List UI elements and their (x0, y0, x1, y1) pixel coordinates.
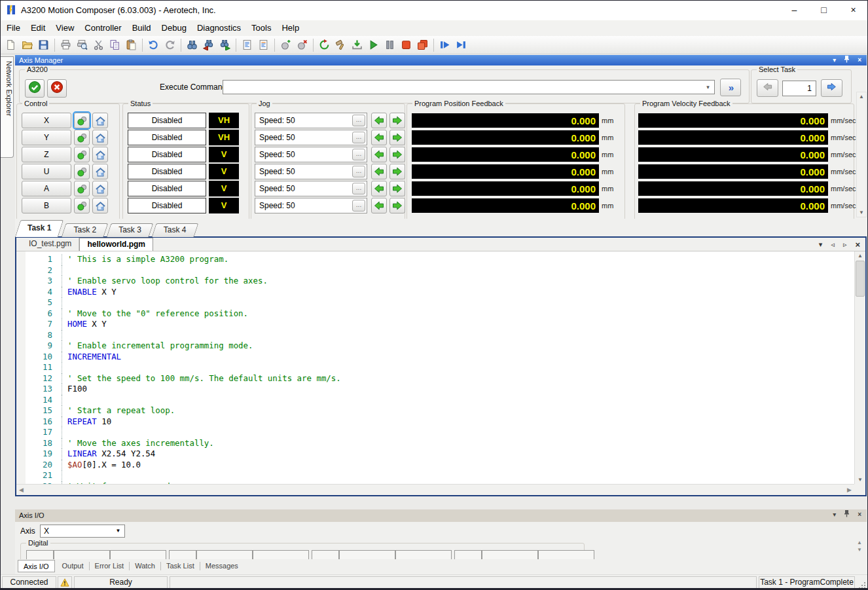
menu-view[interactable]: View (50, 21, 79, 35)
jog-speed-field[interactable]: Speed: 50... (255, 113, 367, 128)
cut-button[interactable] (90, 37, 107, 53)
close-document-icon[interactable]: × (855, 240, 860, 249)
task-tab-2[interactable]: Task 2 (63, 223, 106, 237)
panel-splitter[interactable] (0, 496, 868, 509)
stop-button[interactable] (398, 37, 414, 53)
task-tab-4[interactable]: Task 4 (154, 223, 196, 237)
jog-speed-more-button[interactable]: ... (352, 149, 365, 160)
axis-home-button[interactable] (92, 181, 108, 196)
detach-task-button[interactable] (294, 37, 310, 53)
bottom-tab-task-list[interactable]: Task List (161, 562, 200, 570)
bottom-tab-axis-i-o[interactable]: Axis I/O (18, 560, 55, 572)
tab-list-dropdown-icon[interactable]: ▾ (819, 240, 823, 249)
menu-debug[interactable]: Debug (156, 21, 192, 35)
axis-home-button[interactable] (92, 147, 108, 162)
axis-io-scroll-arrows[interactable]: ▲ ▼ (855, 539, 864, 553)
editor-horizontal-scrollbar[interactable]: ◀ ▶ (16, 484, 854, 495)
jog-plus-button[interactable] (389, 198, 405, 213)
jog-minus-button[interactable] (371, 113, 387, 128)
jog-minus-button[interactable] (371, 147, 387, 162)
scroll-up-icon[interactable]: ▲ (857, 94, 866, 100)
comment-lines-button[interactable] (255, 37, 272, 53)
jog-plus-button[interactable] (389, 130, 405, 145)
scrollbar-thumb[interactable] (856, 261, 865, 297)
scroll-down-icon[interactable]: ▼ (855, 477, 865, 483)
print-preview-button[interactable] (74, 37, 90, 53)
jog-plus-button[interactable] (389, 164, 405, 179)
step-over-button[interactable] (437, 37, 453, 53)
axis-home-button[interactable] (92, 130, 108, 145)
jog-speed-more-button[interactable]: ... (352, 183, 365, 194)
task-tab-3[interactable]: Task 3 (109, 223, 151, 237)
document-tab-helloworld-pgm[interactable]: helloworld.pgm (79, 238, 153, 251)
axis-manager-scrollbar[interactable]: ▲ ▼ (856, 92, 867, 217)
attach-task-button[interactable] (278, 37, 294, 53)
jog-plus-button[interactable] (389, 147, 405, 162)
close-button[interactable]: × (839, 0, 868, 20)
jog-minus-button[interactable] (371, 198, 387, 213)
jog-plus-button[interactable] (389, 181, 405, 196)
scroll-up-icon[interactable]: ▲ (855, 539, 864, 546)
open-file-button[interactable] (19, 37, 35, 53)
next-task-button[interactable] (821, 79, 842, 97)
code-area[interactable]: 1' This is a simple A3200 program.23' En… (16, 251, 854, 484)
task-tab-1[interactable]: Task 1 (18, 220, 61, 237)
chevron-down-icon[interactable]: ▾ (702, 81, 714, 94)
axis-select-button[interactable]: B (22, 198, 71, 213)
abort-button[interactable] (414, 37, 431, 53)
copy-button[interactable] (107, 37, 123, 53)
jog-speed-field[interactable]: Speed: 50... (255, 147, 367, 162)
axis-enable-button[interactable] (74, 130, 90, 145)
jog-speed-field[interactable]: Speed: 50... (255, 130, 367, 145)
step-into-button[interactable] (453, 37, 469, 53)
jog-minus-button[interactable] (371, 164, 387, 179)
format-document-button[interactable] (239, 37, 255, 53)
resize-grip[interactable] (858, 580, 866, 590)
editor-vertical-scrollbar[interactable]: ▲ ▼ (854, 251, 865, 484)
previous-task-button[interactable] (757, 79, 778, 97)
axis-enable-button[interactable] (74, 113, 90, 128)
maximize-button[interactable]: □ (809, 0, 839, 20)
axis-select-button[interactable]: Z (22, 147, 71, 162)
menu-file[interactable]: File (1, 21, 26, 35)
pause-button[interactable] (382, 37, 398, 53)
chevron-down-icon[interactable]: ▼ (112, 525, 124, 537)
bottom-tab-watch[interactable]: Watch (130, 562, 161, 570)
compile-button[interactable] (333, 37, 349, 53)
axis-home-button[interactable] (92, 164, 108, 179)
scroll-left-icon[interactable]: ◀ (19, 485, 24, 495)
execute-command-input[interactable] (224, 81, 701, 93)
bottom-tab-messages[interactable]: Messages (200, 562, 244, 570)
axis-home-button[interactable] (92, 113, 108, 128)
menu-help[interactable]: Help (276, 21, 304, 35)
axis-enable-button[interactable] (74, 181, 90, 196)
axis-home-button[interactable] (92, 198, 108, 213)
axis-select-button[interactable]: A (22, 181, 71, 196)
menu-tools[interactable]: Tools (246, 21, 276, 35)
jog-plus-button[interactable] (389, 113, 405, 128)
axis-select-button[interactable]: Y (22, 130, 71, 145)
jog-speed-field[interactable]: Speed: 50... (255, 181, 367, 196)
scroll-down-icon[interactable]: ▼ (855, 546, 864, 553)
scroll-down-icon[interactable]: ▼ (857, 210, 866, 215)
panel-close-icon[interactable]: × (858, 55, 861, 65)
menu-diagnostics[interactable]: Diagnostics (192, 21, 246, 35)
scroll-tabs-left-icon[interactable]: ◃ (831, 240, 835, 249)
download-program-button[interactable] (349, 37, 365, 53)
execute-command-button[interactable] (25, 79, 45, 98)
minimize-button[interactable]: – (780, 0, 809, 20)
scroll-right-icon[interactable]: ▶ (847, 485, 852, 495)
axis-select-combo[interactable]: X ▼ (40, 525, 125, 538)
panel-close-icon[interactable]: × (858, 509, 861, 520)
panel-pin-icon[interactable] (844, 55, 850, 66)
jog-speed-field[interactable]: Speed: 50... (255, 198, 367, 213)
scroll-up-icon[interactable]: ▲ (855, 253, 865, 259)
print-button[interactable] (58, 37, 74, 53)
menu-controller[interactable]: Controller (79, 21, 126, 35)
redo-button[interactable] (162, 37, 178, 53)
find-next-button[interactable] (217, 37, 233, 53)
find-button[interactable] (184, 37, 200, 53)
find-previous-button[interactable] (200, 37, 217, 53)
task-number-input[interactable] (782, 81, 816, 96)
axis-select-button[interactable]: U (22, 164, 71, 179)
